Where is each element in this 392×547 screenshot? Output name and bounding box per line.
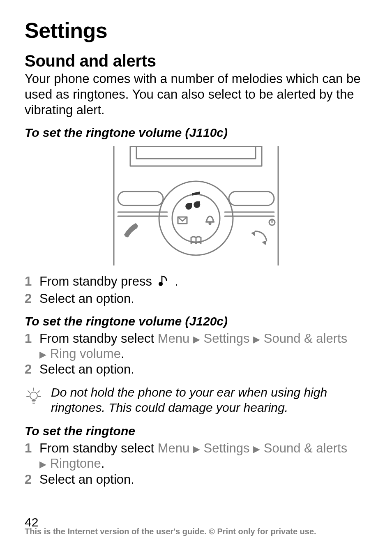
menu-path-item: Sound & alerts xyxy=(264,331,347,346)
step-text: From standby select Menu ▶ Settings ▶ So… xyxy=(39,331,367,347)
procedure-heading-ringtone: To set the ringtone xyxy=(25,424,367,438)
step-text: Select an option. xyxy=(39,362,367,378)
menu-path-item: Menu xyxy=(158,331,190,346)
manual-page: Settings Sound and alerts Your phone com… xyxy=(0,0,392,547)
spacer xyxy=(25,346,39,362)
step-text: ▶ Ringtone. xyxy=(39,456,367,472)
procedure-heading-j110c: To set the ringtone volume (J110c) xyxy=(25,126,367,140)
svg-rect-5 xyxy=(229,192,274,205)
step-text: Select an option. xyxy=(39,472,367,488)
list-item-continuation: ▶ Ringtone. xyxy=(25,456,367,472)
menu-path-item: Settings xyxy=(204,441,250,455)
chevron-right-icon: ▶ xyxy=(253,334,260,344)
menu-path-item: Sound & alerts xyxy=(264,441,347,455)
chevron-right-icon: ▶ xyxy=(253,444,260,454)
svg-rect-4 xyxy=(118,192,163,205)
section-intro: Your phone comes with a number of melodi… xyxy=(25,71,367,118)
svg-point-16 xyxy=(209,223,211,224)
menu-path-item: Settings xyxy=(204,331,250,346)
step-number: 1 xyxy=(25,331,39,347)
menu-path-item: Ringtone xyxy=(50,456,101,471)
list-item: 1 From standby press . xyxy=(25,274,367,291)
chevron-right-icon: ▶ xyxy=(39,459,46,469)
phone-keypad-figure xyxy=(25,146,367,265)
text-fragment: . xyxy=(175,274,178,289)
step-number: 1 xyxy=(25,274,39,291)
page-title: Settings xyxy=(25,18,367,43)
list-item: 2 Select an option. xyxy=(25,291,367,307)
step-text: From standby select Menu ▶ Settings ▶ So… xyxy=(39,441,367,457)
procedure-steps-j120c: 1 From standby select Menu ▶ Settings ▶ … xyxy=(25,331,367,378)
svg-line-21 xyxy=(28,391,30,392)
text-fragment: From standby press xyxy=(39,274,156,289)
text-fragment: . xyxy=(101,456,105,471)
step-number: 2 xyxy=(25,362,39,378)
page-footer: 42 This is the Internet version of the u… xyxy=(25,515,367,536)
list-item-continuation: ▶ Ring volume. xyxy=(25,346,367,362)
list-item: 2 Select an option. xyxy=(25,472,367,488)
text-fragment: From standby select xyxy=(39,331,158,346)
music-note-icon xyxy=(158,275,169,291)
text-fragment: From standby select xyxy=(39,441,158,455)
note-text: Do not hold the phone to your ear when u… xyxy=(51,385,367,415)
step-number: 1 xyxy=(25,441,39,457)
spacer xyxy=(25,456,39,472)
step-text: ▶ Ring volume. xyxy=(39,346,367,362)
svg-point-19 xyxy=(30,392,37,399)
section-heading-sound: Sound and alerts xyxy=(25,52,367,70)
step-text: Select an option. xyxy=(39,291,367,307)
text-fragment: . xyxy=(121,346,125,361)
lightbulb-icon xyxy=(25,385,44,406)
procedure-heading-j120c: To set the ringtone volume (J120c) xyxy=(25,314,367,328)
menu-path-item: Ring volume xyxy=(50,346,121,361)
tip-note: Do not hold the phone to your ear when u… xyxy=(25,385,367,415)
chevron-right-icon: ▶ xyxy=(193,444,200,454)
list-item: 1 From standby select Menu ▶ Settings ▶ … xyxy=(25,441,367,457)
list-item: 2 Select an option. xyxy=(25,362,367,378)
svg-rect-2 xyxy=(130,146,262,166)
procedure-steps-j110c: 1 From standby press . 2 Select an optio… xyxy=(25,274,367,307)
list-item: 1 From standby select Menu ▶ Settings ▶ … xyxy=(25,331,367,347)
step-number: 2 xyxy=(25,472,39,488)
svg-rect-3 xyxy=(136,146,256,159)
step-text: From standby press . xyxy=(39,274,367,291)
chevron-right-icon: ▶ xyxy=(193,334,200,344)
svg-point-18 xyxy=(159,282,163,286)
footer-disclaimer: This is the Internet version of the user… xyxy=(25,527,367,536)
step-number: 2 xyxy=(25,291,39,307)
phone-illustration xyxy=(101,146,291,265)
menu-path-item: Menu xyxy=(158,441,190,455)
svg-line-22 xyxy=(38,391,39,392)
procedure-steps-ringtone: 1 From standby select Menu ▶ Settings ▶ … xyxy=(25,441,367,487)
chevron-right-icon: ▶ xyxy=(39,349,46,360)
